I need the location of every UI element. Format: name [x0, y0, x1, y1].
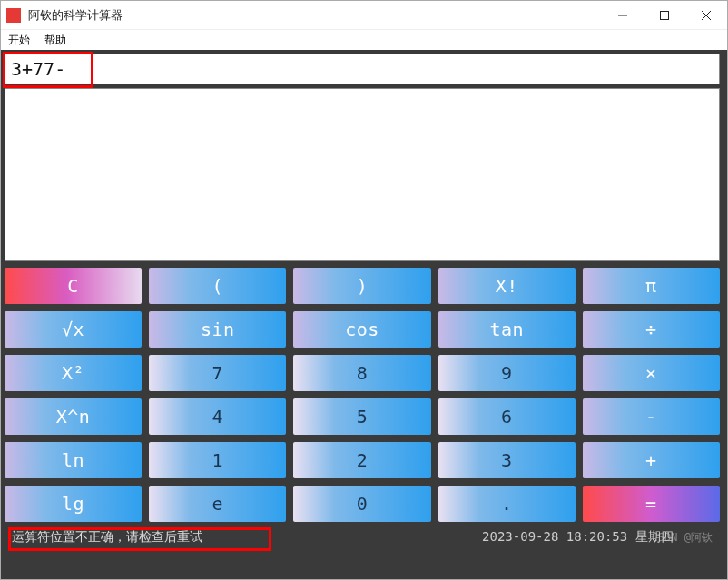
titlebar: 阿钦的科学计算器 — [1, 1, 727, 30]
key-equals[interactable]: = — [583, 486, 720, 522]
key-lg[interactable]: lg — [5, 486, 142, 522]
history-output[interactable] — [5, 88, 720, 261]
key-pow[interactable]: X^n — [5, 398, 142, 435]
key-right-paren[interactable]: ) — [293, 268, 430, 304]
key-6[interactable]: 6 — [438, 398, 576, 435]
key-sin[interactable]: sin — [149, 311, 286, 348]
key-pi[interactable]: π — [583, 268, 720, 304]
svg-rect-0 — [661, 12, 669, 20]
maximize-button[interactable] — [644, 1, 685, 30]
key-3[interactable]: 3 — [438, 442, 576, 478]
key-sqrt[interactable]: √x — [5, 311, 142, 348]
key-2[interactable]: 2 — [293, 442, 430, 478]
menu-start[interactable]: 开始 — [8, 33, 30, 48]
key-factorial[interactable]: X! — [438, 268, 576, 304]
key-div[interactable]: ÷ — [583, 311, 720, 348]
close-button[interactable] — [685, 1, 727, 30]
key-ln[interactable]: ln — [5, 442, 142, 478]
key-0[interactable]: 0 — [293, 486, 430, 522]
status-datetime: 2023-09-28 18:20:53 星期四 — [482, 529, 674, 546]
key-4[interactable]: 4 — [149, 398, 286, 435]
menu-help[interactable]: 帮助 — [44, 33, 66, 48]
app-icon — [6, 8, 21, 23]
status-message-wrap: 运算符位置不正确，请检查后重试 — [12, 529, 471, 546]
key-clear[interactable]: C — [5, 268, 142, 304]
key-cos[interactable]: cos — [293, 311, 430, 348]
key-mul[interactable]: × — [583, 355, 720, 391]
minimize-button[interactable] — [602, 1, 644, 30]
window-title: 阿钦的科学计算器 — [28, 7, 602, 24]
app-window: 阿钦的科学计算器 开始 帮助 C ( ) X! π — [0, 0, 728, 580]
key-square[interactable]: X² — [5, 355, 142, 391]
statusbar: 运算符位置不正确，请检查后重试 2023-09-28 18:20:53 星期四 … — [5, 526, 720, 549]
key-left-paren[interactable]: ( — [149, 268, 286, 304]
key-sub[interactable]: - — [583, 398, 720, 435]
key-8[interactable]: 8 — [293, 355, 430, 391]
key-tan[interactable]: tan — [438, 311, 576, 348]
key-5[interactable]: 5 — [293, 398, 430, 435]
status-message: 运算符位置不正确，请检查后重试 — [12, 529, 202, 544]
key-add[interactable]: + — [583, 442, 720, 478]
window-controls — [602, 1, 727, 29]
expression-input-wrap — [5, 54, 720, 84]
keypad: C ( ) X! π √x sin cos tan ÷ X² 7 8 9 × X… — [5, 268, 720, 526]
menubar: 开始 帮助 — [1, 30, 727, 50]
key-7[interactable]: 7 — [149, 355, 286, 391]
key-dot[interactable]: . — [438, 486, 576, 522]
client-area: C ( ) X! π √x sin cos tan ÷ X² 7 8 9 × X… — [1, 50, 727, 579]
key-1[interactable]: 1 — [149, 442, 286, 478]
key-9[interactable]: 9 — [438, 355, 576, 391]
watermark: CSDN @阿钦 — [652, 530, 713, 546]
key-e[interactable]: e — [149, 486, 286, 522]
expression-input[interactable] — [5, 54, 720, 84]
